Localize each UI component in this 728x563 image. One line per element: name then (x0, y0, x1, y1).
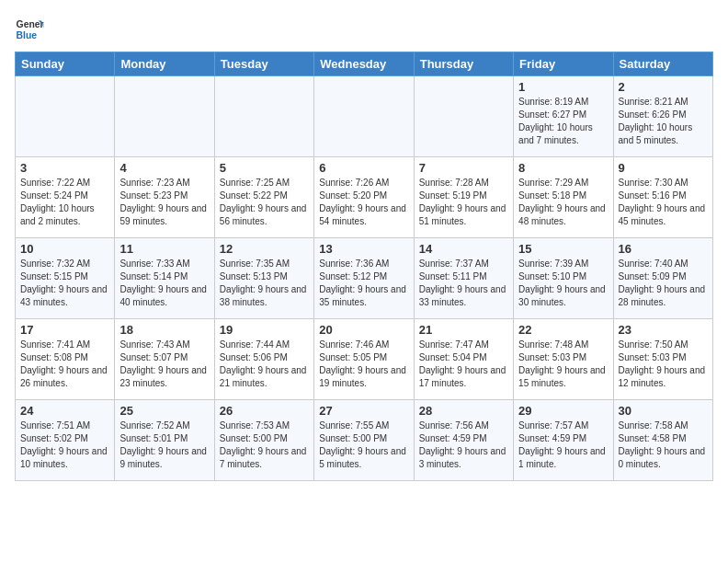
calendar-cell: 22Sunrise: 7:48 AM Sunset: 5:03 PM Dayli… (514, 319, 613, 400)
day-number: 2 (619, 80, 708, 94)
logo: General Blue (15, 15, 44, 44)
day-number: 28 (419, 404, 508, 418)
calendar-cell: 5Sunrise: 7:25 AM Sunset: 5:22 PM Daylig… (214, 157, 313, 238)
calendar-cell: 6Sunrise: 7:26 AM Sunset: 5:20 PM Daylig… (314, 157, 414, 238)
day-info: Sunrise: 7:51 AM Sunset: 5:02 PM Dayligh… (20, 419, 109, 471)
day-info: Sunrise: 7:48 AM Sunset: 5:03 PM Dayligh… (518, 339, 608, 390)
calendar-week-5: 24Sunrise: 7:51 AM Sunset: 5:02 PM Dayli… (16, 400, 713, 481)
calendar-cell (16, 76, 115, 157)
day-number: 24 (20, 404, 109, 418)
day-number: 12 (220, 242, 309, 256)
calendar-cell: 15Sunrise: 7:39 AM Sunset: 5:10 PM Dayli… (514, 238, 613, 319)
day-number: 5 (220, 161, 309, 175)
calendar-cell: 18Sunrise: 7:43 AM Sunset: 5:07 PM Dayli… (115, 319, 214, 400)
calendar-cell: 24Sunrise: 7:51 AM Sunset: 5:02 PM Dayli… (16, 400, 115, 481)
day-info: Sunrise: 7:22 AM Sunset: 5:24 PM Dayligh… (20, 177, 109, 228)
day-number: 6 (319, 161, 408, 175)
calendar-cell: 7Sunrise: 7:28 AM Sunset: 5:19 PM Daylig… (414, 157, 513, 238)
day-number: 10 (20, 242, 109, 256)
day-number: 1 (518, 80, 608, 94)
day-info: Sunrise: 8:19 AM Sunset: 6:27 PM Dayligh… (518, 96, 608, 147)
day-info: Sunrise: 7:32 AM Sunset: 5:15 PM Dayligh… (20, 258, 109, 309)
day-info: Sunrise: 7:39 AM Sunset: 5:10 PM Dayligh… (518, 258, 608, 309)
day-header-friday: Friday (514, 52, 613, 76)
calendar-cell (314, 76, 414, 157)
day-number: 13 (319, 242, 408, 256)
day-info: Sunrise: 7:26 AM Sunset: 5:20 PM Dayligh… (319, 177, 408, 228)
day-info: Sunrise: 7:23 AM Sunset: 5:23 PM Dayligh… (119, 177, 209, 228)
day-number: 25 (119, 404, 209, 418)
calendar-week-1: 1Sunrise: 8:19 AM Sunset: 6:27 PM Daylig… (16, 76, 713, 157)
calendar-cell (214, 76, 313, 157)
calendar-cell: 11Sunrise: 7:33 AM Sunset: 5:14 PM Dayli… (115, 238, 214, 319)
day-header-thursday: Thursday (414, 52, 513, 76)
calendar-cell: 8Sunrise: 7:29 AM Sunset: 5:18 PM Daylig… (514, 157, 613, 238)
calendar-cell: 12Sunrise: 7:35 AM Sunset: 5:13 PM Dayli… (214, 238, 313, 319)
calendar-cell: 27Sunrise: 7:55 AM Sunset: 5:00 PM Dayli… (314, 400, 414, 481)
day-number: 16 (619, 242, 708, 256)
calendar-week-4: 17Sunrise: 7:41 AM Sunset: 5:08 PM Dayli… (16, 319, 713, 400)
calendar-cell: 14Sunrise: 7:37 AM Sunset: 5:11 PM Dayli… (414, 238, 513, 319)
calendar-table: SundayMondayTuesdayWednesdayThursdayFrid… (15, 52, 713, 481)
day-header-tuesday: Tuesday (214, 52, 313, 76)
calendar-cell: 20Sunrise: 7:46 AM Sunset: 5:05 PM Dayli… (314, 319, 414, 400)
day-info: Sunrise: 7:46 AM Sunset: 5:05 PM Dayligh… (319, 339, 408, 390)
day-info: Sunrise: 7:43 AM Sunset: 5:07 PM Dayligh… (119, 339, 209, 390)
day-number: 30 (619, 404, 708, 418)
calendar-week-2: 3Sunrise: 7:22 AM Sunset: 5:24 PM Daylig… (16, 157, 713, 238)
calendar-cell: 30Sunrise: 7:58 AM Sunset: 4:58 PM Dayli… (613, 400, 712, 481)
day-number: 15 (518, 242, 608, 256)
calendar-cell: 21Sunrise: 7:47 AM Sunset: 5:04 PM Dayli… (414, 319, 513, 400)
day-header-wednesday: Wednesday (314, 52, 414, 76)
day-info: Sunrise: 7:28 AM Sunset: 5:19 PM Dayligh… (419, 177, 508, 228)
day-number: 14 (419, 242, 508, 256)
day-number: 26 (220, 404, 309, 418)
day-number: 17 (20, 323, 109, 337)
calendar-cell: 1Sunrise: 8:19 AM Sunset: 6:27 PM Daylig… (514, 76, 613, 157)
day-info: Sunrise: 7:44 AM Sunset: 5:06 PM Dayligh… (220, 339, 309, 390)
day-info: Sunrise: 7:29 AM Sunset: 5:18 PM Dayligh… (518, 177, 608, 228)
calendar-cell: 9Sunrise: 7:30 AM Sunset: 5:16 PM Daylig… (613, 157, 712, 238)
svg-text:Blue: Blue (17, 30, 38, 40)
day-number: 22 (518, 323, 608, 337)
day-info: Sunrise: 7:30 AM Sunset: 5:16 PM Dayligh… (619, 177, 708, 228)
calendar-cell: 23Sunrise: 7:50 AM Sunset: 5:03 PM Dayli… (613, 319, 712, 400)
day-number: 29 (518, 404, 608, 418)
calendar-cell: 29Sunrise: 7:57 AM Sunset: 4:59 PM Dayli… (514, 400, 613, 481)
calendar-cell: 28Sunrise: 7:56 AM Sunset: 4:59 PM Dayli… (414, 400, 513, 481)
calendar-week-3: 10Sunrise: 7:32 AM Sunset: 5:15 PM Dayli… (16, 238, 713, 319)
day-number: 18 (119, 323, 209, 337)
day-header-sunday: Sunday (16, 52, 115, 76)
day-info: Sunrise: 7:56 AM Sunset: 4:59 PM Dayligh… (419, 419, 508, 471)
day-info: Sunrise: 8:21 AM Sunset: 6:26 PM Dayligh… (619, 96, 708, 147)
day-number: 27 (319, 404, 408, 418)
calendar-cell: 26Sunrise: 7:53 AM Sunset: 5:00 PM Dayli… (214, 400, 313, 481)
calendar-cell: 17Sunrise: 7:41 AM Sunset: 5:08 PM Dayli… (16, 319, 115, 400)
day-info: Sunrise: 7:53 AM Sunset: 5:00 PM Dayligh… (220, 419, 309, 471)
day-info: Sunrise: 7:37 AM Sunset: 5:11 PM Dayligh… (419, 258, 508, 309)
day-number: 23 (619, 323, 708, 337)
calendar-cell: 3Sunrise: 7:22 AM Sunset: 5:24 PM Daylig… (16, 157, 115, 238)
day-info: Sunrise: 7:41 AM Sunset: 5:08 PM Dayligh… (20, 339, 109, 390)
page-header: General Blue (15, 15, 713, 44)
calendar-cell: 16Sunrise: 7:40 AM Sunset: 5:09 PM Dayli… (613, 238, 712, 319)
day-number: 3 (20, 161, 109, 175)
day-info: Sunrise: 7:52 AM Sunset: 5:01 PM Dayligh… (119, 419, 209, 471)
day-number: 21 (419, 323, 508, 337)
day-info: Sunrise: 7:35 AM Sunset: 5:13 PM Dayligh… (220, 258, 309, 309)
calendar-cell: 4Sunrise: 7:23 AM Sunset: 5:23 PM Daylig… (115, 157, 214, 238)
day-number: 7 (419, 161, 508, 175)
day-number: 19 (220, 323, 309, 337)
logo-icon: General Blue (15, 15, 44, 44)
day-header-monday: Monday (115, 52, 214, 76)
day-info: Sunrise: 7:40 AM Sunset: 5:09 PM Dayligh… (619, 258, 708, 309)
day-info: Sunrise: 7:58 AM Sunset: 4:58 PM Dayligh… (619, 419, 708, 471)
calendar-cell: 19Sunrise: 7:44 AM Sunset: 5:06 PM Dayli… (214, 319, 313, 400)
day-number: 11 (119, 242, 209, 256)
day-number: 20 (319, 323, 408, 337)
day-info: Sunrise: 7:55 AM Sunset: 5:00 PM Dayligh… (319, 419, 408, 471)
day-info: Sunrise: 7:50 AM Sunset: 5:03 PM Dayligh… (619, 339, 708, 390)
day-header-saturday: Saturday (613, 52, 712, 76)
day-number: 8 (518, 161, 608, 175)
calendar-header-row: SundayMondayTuesdayWednesdayThursdayFrid… (16, 52, 713, 76)
